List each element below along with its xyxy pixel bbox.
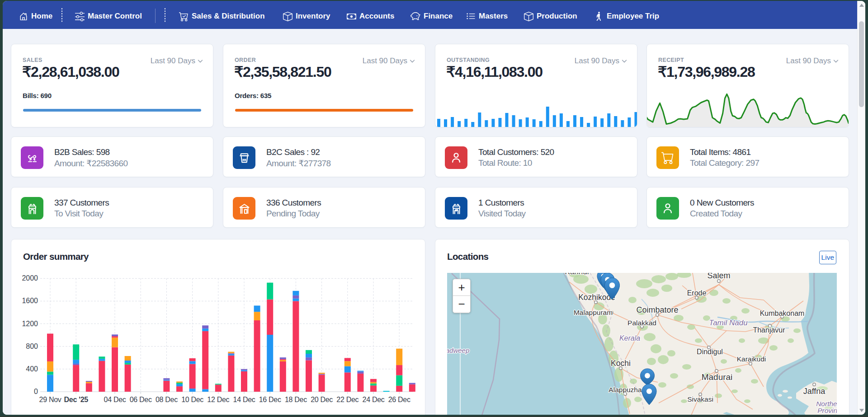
svg-text:Malappuram: Malappuram xyxy=(574,309,613,316)
svg-text:Madurai: Madurai xyxy=(702,372,733,382)
svg-text:26 Dec: 26 Dec xyxy=(388,396,410,403)
svg-text:Kochi: Kochi xyxy=(611,359,631,368)
svg-text:400: 400 xyxy=(26,365,38,373)
svg-text:04 Dec: 04 Dec xyxy=(104,396,126,403)
svg-text:Kannur: Kannur xyxy=(565,273,590,276)
svg-text:1600: 1600 xyxy=(22,297,38,305)
svg-text:800: 800 xyxy=(26,342,38,350)
svg-text:Dec '25: Dec '25 xyxy=(64,396,89,403)
svg-text:0: 0 xyxy=(34,388,38,395)
svg-text:2000: 2000 xyxy=(22,274,38,282)
svg-text:29 Nov: 29 Nov xyxy=(39,396,61,403)
svg-text:22 Dec: 22 Dec xyxy=(336,396,359,403)
svg-text:Palakkad: Palakkad xyxy=(627,319,656,327)
svg-text:Tamil Nadu: Tamil Nadu xyxy=(709,319,748,327)
svg-text:Erode: Erode xyxy=(687,289,707,297)
svg-text:16 Dec: 16 Dec xyxy=(259,396,281,403)
svg-text:Coimbatore: Coimbatore xyxy=(636,305,678,314)
svg-text:1200: 1200 xyxy=(22,320,38,328)
svg-text:24 Dec: 24 Dec xyxy=(363,396,385,403)
svg-text:Thanjavur: Thanjavur xyxy=(753,326,785,334)
svg-text:Kerala: Kerala xyxy=(619,334,640,342)
svg-text:14 Dec: 14 Dec xyxy=(233,396,255,403)
svg-text:Karaikudi: Karaikudi xyxy=(737,355,766,363)
svg-text:12 Dec: 12 Dec xyxy=(207,396,229,403)
svg-text:Sivakasi: Sivakasi xyxy=(687,395,713,403)
svg-text:06 Dec: 06 Dec xyxy=(130,396,152,403)
svg-text:10 Dec: 10 Dec xyxy=(181,396,203,403)
svg-text:08 Dec: 08 Dec xyxy=(156,396,178,403)
svg-text:Salem: Salem xyxy=(707,273,730,280)
svg-text:18 Dec: 18 Dec xyxy=(285,396,307,403)
svg-text:Dindigul: Dindigul xyxy=(697,348,723,356)
svg-text:Jaffna: Jaffna xyxy=(803,387,826,396)
svg-text:Provinc: Provinc xyxy=(817,407,837,414)
svg-text:Kumbakonam: Kumbakonam xyxy=(760,309,805,317)
svg-text:Alappuzha: Alappuzha xyxy=(609,386,642,394)
svg-text:adweep: adweep xyxy=(447,347,469,354)
svg-text:20 Dec: 20 Dec xyxy=(311,396,333,403)
